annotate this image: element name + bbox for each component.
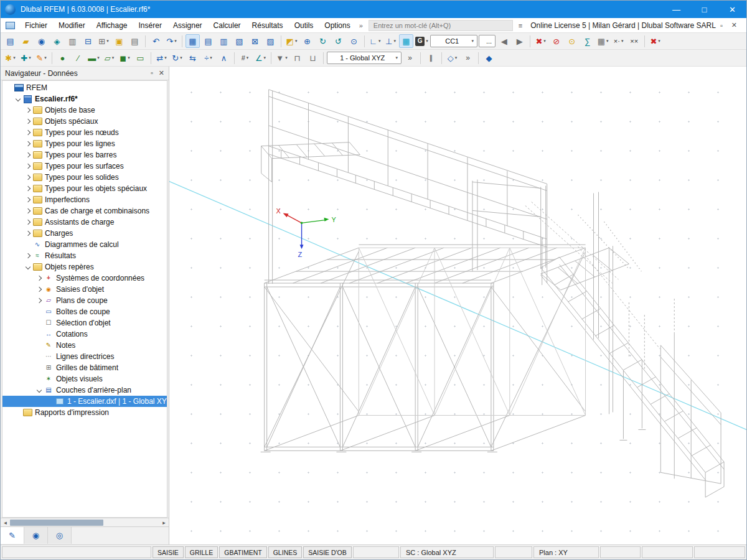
copy-model-button[interactable]: ⊞ ▾ (96, 34, 111, 48)
load-case-combo[interactable]: CC1 ▾ (430, 35, 477, 47)
tree-expander-icon[interactable] (24, 151, 32, 159)
tree-item-cotations[interactable]: Cotations (2, 329, 167, 340)
divide-lines-button[interactable]: ÷ ▾ (201, 51, 215, 65)
tree-item-saisies-objet[interactable]: Saisies d'objet (2, 284, 167, 295)
tree-expander-icon[interactable] (24, 117, 32, 126)
save-model-button[interactable]: ⊟ ▾ (81, 34, 95, 48)
tree-item-diagrammes-de-calcul[interactable]: Diagrammes de calcul (2, 239, 167, 250)
load-type-button[interactable]: G ▾ (415, 34, 429, 48)
tree-item-objets-reperes[interactable]: Objets repères (2, 261, 167, 273)
tree-item-assistants-de-charge[interactable]: Assistants de charge (2, 217, 167, 228)
undo-button[interactable]: ↶ ▾ (149, 34, 163, 48)
menu-calculer[interactable]: Calculer (208, 19, 247, 32)
tree-expander-icon[interactable] (24, 218, 32, 226)
load-case-browse-button[interactable]: ... ▾ (479, 35, 496, 47)
close-button[interactable]: ✕ (718, 1, 746, 18)
toolbar-overflow-button[interactable]: » ▾ (403, 51, 417, 65)
scrollbar-thumb[interactable] (10, 520, 103, 526)
toggle-gbatiment[interactable]: GBATIMENT (219, 546, 266, 558)
clipping-box-button[interactable]: ⊓ ▾ (290, 51, 304, 65)
tree-expander-icon[interactable] (35, 386, 44, 394)
table-report-button[interactable]: ▨ ▾ (263, 34, 278, 48)
tree-item-objets-visuels[interactable]: Objets visuels (2, 373, 167, 385)
tree-expander-icon[interactable] (24, 162, 32, 170)
show-loads-button[interactable]: ⊙ ▾ (565, 34, 579, 48)
snap-settings-button[interactable]: ✱ ▾ (3, 51, 17, 65)
tree-item-couches-arriere-plan[interactable]: Couches d'arrière-plan (2, 385, 167, 396)
tab-navigator-data[interactable]: ✎ (1, 527, 24, 544)
tree-item-systemes-de-coordonnees[interactable]: Systèmes de coordonnées (2, 273, 167, 284)
tab-navigator-views[interactable]: ◎ (48, 527, 72, 544)
visibility-mode-button[interactable]: ◆ ▾ (482, 51, 496, 65)
new-opening-button[interactable]: ▭ ▾ (133, 51, 148, 65)
tree-item-cas-de-charge[interactable]: Cas de charge et combinaisons (2, 205, 167, 217)
menu-assigner[interactable]: Assigner (167, 19, 208, 32)
scroll-right-icon[interactable]: ▸ (159, 520, 169, 526)
table-split-button[interactable]: ▥ ▾ (217, 34, 231, 48)
tree-item-objets-speciaux[interactable]: Objets spéciaux (2, 116, 167, 127)
menu-modifier[interactable]: Modifier (53, 19, 91, 32)
minimize-button[interactable]: — (662, 1, 690, 18)
show-results-button[interactable]: ∑ ▾ (580, 34, 594, 48)
navigator-close-icon[interactable]: ✕ (159, 69, 164, 77)
tree-item-lignes-directrices[interactable]: Lignes directrices (2, 351, 167, 362)
scrollbar-track[interactable] (10, 518, 159, 526)
object-snap-button[interactable]: ✚ ▾ (19, 51, 33, 65)
search-filter-icon[interactable]: ≡ (513, 22, 528, 29)
tree-expander-icon[interactable] (24, 184, 32, 193)
tree-item-objets-de-base[interactable]: Objets de base (2, 105, 167, 116)
model-viewport[interactable]: X Y Z (169, 67, 746, 544)
zoom-window-button[interactable]: ⊕ ▾ (300, 34, 314, 48)
tree-expander-icon[interactable] (35, 274, 44, 282)
result-tables-button[interactable]: ▦ ▾ (596, 34, 610, 48)
toolbar-overflow-button-2[interactable]: » ▾ (461, 51, 475, 65)
tree-expander-icon[interactable] (24, 263, 32, 271)
bim-link-button[interactable]: ◈ ▾ (50, 34, 64, 48)
new-surface-button[interactable]: ▱ ▾ (102, 51, 116, 65)
search-input[interactable] (369, 22, 512, 29)
table-sc-button[interactable]: ⊠ ▾ (248, 34, 262, 48)
tree-item-layer-escalier-dxf[interactable]: 1 - Escalier.dxf | 1 - Global XYZ | 0 (2, 396, 167, 407)
menu-overflow-icon[interactable]: » (356, 22, 366, 29)
table-layout-button[interactable]: ▤ ▾ (201, 34, 215, 48)
block-template-button[interactable]: ▣ ▾ (112, 34, 126, 48)
tree-item-selection-objet[interactable]: Sélection d'objet (2, 317, 167, 329)
menu-undock-icon[interactable]: ▫ (716, 22, 727, 29)
tree-item-notes[interactable]: Notes (2, 340, 167, 351)
decimal-places-button[interactable]: ×· ▾ (611, 34, 626, 48)
open-model-button[interactable]: ▰ ▾ (19, 34, 33, 48)
menu-options[interactable]: Options (319, 19, 355, 32)
tree-expander-icon[interactable] (24, 229, 32, 238)
dlubal-online-button[interactable]: ◉ ▾ (34, 34, 49, 48)
menu-fichier[interactable]: Fichier (19, 19, 53, 32)
measure-button[interactable]: ∠ ▾ (253, 51, 268, 65)
project-manager-button[interactable]: ▥ ▾ (65, 34, 80, 48)
deactivate-loads-button[interactable]: ⊘ ▾ (549, 34, 563, 48)
section-view-button[interactable]: ⊔ ▾ (306, 51, 320, 65)
tree-item-imperfections[interactable]: Imperfections (2, 194, 167, 205)
tree-item-rapports-impression[interactable]: Rapports d'impression (2, 407, 167, 418)
next-load-case-button[interactable]: ▶ ▾ (512, 34, 527, 48)
table-chart-button[interactable]: ▧ ▾ (232, 34, 247, 48)
navigator-horizontal-scrollbar[interactable]: ◂ ▸ (1, 518, 169, 526)
tab-navigator-display[interactable]: ◉ (24, 527, 48, 544)
navigator-undock-icon[interactable]: ▫ (151, 69, 153, 77)
tree-item-resultats[interactable]: Résultats (2, 250, 167, 261)
tree-expander-icon[interactable] (24, 251, 32, 260)
toggle-glines[interactable]: GLINES (268, 546, 303, 558)
parallel-lines-button[interactable]: ∥ ▾ (424, 51, 438, 65)
tree-item-types-lignes[interactable]: Types pour les lignes (2, 138, 167, 149)
zoom-extents-button[interactable]: ⊙ ▾ (347, 34, 361, 48)
tree-item-rfem-root[interactable]: RFEM (2, 82, 167, 93)
menu-close-icon[interactable]: ✕ (727, 21, 741, 29)
menu-affichage[interactable]: Affichage (91, 19, 133, 32)
work-plane-button[interactable]: ⊥ ▾ (383, 34, 398, 48)
rotate-objects-button[interactable]: ↻ ▾ (170, 51, 184, 65)
toggle-saisie[interactable]: SAISIE (153, 546, 184, 558)
tree-expander-icon[interactable] (24, 207, 32, 215)
new-line-button[interactable]: ∕ ▾ (71, 51, 85, 65)
tree-item-types-barres[interactable]: Types pour les barres (2, 149, 167, 161)
previous-view-button[interactable]: ↺ ▾ (331, 34, 345, 48)
tree-expander-icon[interactable] (14, 95, 22, 103)
tree-item-boites-de-coupe[interactable]: Boîtes de coupe (2, 306, 167, 317)
